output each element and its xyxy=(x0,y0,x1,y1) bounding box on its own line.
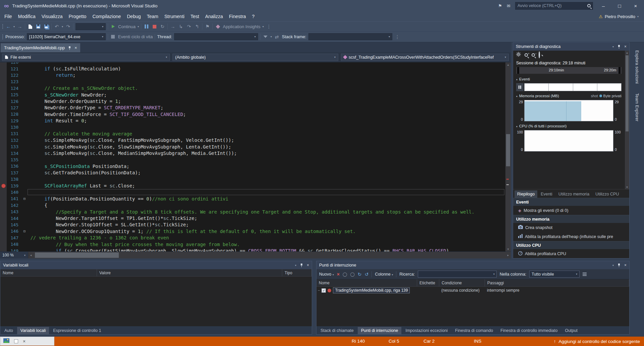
minimize-button[interactable]: – xyxy=(598,3,609,9)
pin-icon[interactable] xyxy=(68,46,71,50)
feedback-icon[interactable]: ✉ xyxy=(507,3,510,8)
breakpoint-margin[interactable] xyxy=(0,150,7,156)
undo-caret-icon[interactable]: ▾ xyxy=(62,25,63,28)
process-combo[interactable]: [11020] SierraChart_64.exe ▾ xyxy=(27,33,106,40)
scroll-up-icon[interactable]: ▴ xyxy=(505,63,511,66)
zoom-in-icon[interactable]: + xyxy=(525,53,528,57)
editor-horizontal-scrollbar[interactable]: ◂ ▸ xyxy=(28,252,511,258)
breakpoint-margin[interactable] xyxy=(0,163,7,169)
close-icon[interactable]: × xyxy=(307,263,309,268)
bp-column-passaggi[interactable]: Passaggi xyxy=(485,279,629,286)
scroll-down-icon[interactable]: ▾ xyxy=(625,185,629,189)
locals-column-tipo[interactable]: Tipo xyxy=(282,269,312,276)
bp-column-condizione[interactable]: Condizione xyxy=(439,279,485,286)
breakpoint-margin[interactable] xyxy=(0,62,7,65)
toolbar-grip[interactable] xyxy=(2,24,3,29)
scroll-down-icon[interactable]: ▾ xyxy=(505,247,511,251)
breakpoint-name[interactable]: TradingSystemMedieMobili.cpp, riga 139 xyxy=(333,287,410,293)
code-line-146[interactable]: 146⊟NewOrder.OCOGroup1Quantity = 1; // I… xyxy=(0,228,505,234)
continue-button[interactable] xyxy=(110,23,116,30)
add-to-source-control-button[interactable]: ↑ Aggiungi al controllo del codice sorge… xyxy=(554,337,640,346)
window-menu-caret-icon[interactable]: ▾ xyxy=(612,264,614,267)
code-line-137[interactable]: 137sc.GetTradePosition(PositionData); xyxy=(0,170,505,176)
breakpoints-header[interactable]: Punti di interruzione ▾ × xyxy=(316,261,629,269)
scroll-left-icon[interactable]: ◂ xyxy=(28,252,34,258)
step-over-button[interactable]: ↷ xyxy=(186,23,192,30)
enable-heap-profiling-link[interactable]: Abilita la profilatura dell'heap (influi… xyxy=(513,232,629,241)
locals-column-nome[interactable]: Nome xyxy=(0,269,97,276)
pin-icon[interactable] xyxy=(617,45,621,49)
breakpoint-margin[interactable] xyxy=(0,98,7,104)
menu-compilazione[interactable]: Compilazione xyxy=(89,14,124,19)
breakpoint-checkbox[interactable]: ✓ xyxy=(321,288,326,293)
tp-tab-punti-di-interruzione[interactable]: Punti di interruzione xyxy=(358,327,401,334)
breakpoint-margin[interactable] xyxy=(0,247,7,251)
code-line-126[interactable]: 126NewOrder.OrderQuantity = 1; xyxy=(0,98,505,104)
in-column-select[interactable]: Tutto visibile ▾ xyxy=(529,271,580,278)
dtab-eventi[interactable]: Eventi xyxy=(538,190,555,198)
breakpoint-margin[interactable] xyxy=(0,85,7,92)
delete-breakpoint-icon[interactable]: × xyxy=(337,272,340,277)
breakpoint-margin[interactable] xyxy=(0,105,7,111)
lifecycle-events-button[interactable]: Eventi ciclo di vita xyxy=(118,34,153,39)
tp-tab-espressione-di-controllo-1[interactable]: Espressione di controllo 1 xyxy=(50,327,104,334)
pin-icon[interactable] xyxy=(617,263,621,267)
picture-icon[interactable] xyxy=(3,338,9,344)
events-section-header[interactable]: ▴ Eventi xyxy=(513,76,625,82)
application-insights-button[interactable]: Application Insights xyxy=(223,24,260,29)
breakpoints-search-input[interactable]: ▾ xyxy=(418,271,497,278)
break-all-button[interactable] xyxy=(143,23,149,30)
code-line-130[interactable]: 130 xyxy=(0,124,505,130)
menu-item[interactable]: ? xyxy=(249,14,258,19)
fold-collapse-icon[interactable]: ⊟ xyxy=(21,196,28,201)
search-input[interactable] xyxy=(420,272,493,277)
tp-tab-variabili-locali[interactable]: Variabili locali xyxy=(17,327,49,334)
breakpoint-margin[interactable] xyxy=(0,143,7,150)
navigate-back-button[interactable]: ← xyxy=(5,23,11,30)
zoom-out-icon[interactable]: − xyxy=(532,53,535,57)
code-line-145[interactable]: 145NewOrder.Stop1Offset = SL.GetInt()*sc… xyxy=(0,222,505,228)
dtab-utilizzo-cpu[interactable]: Utilizzo CPU xyxy=(593,190,622,198)
breakpoint-margin[interactable] xyxy=(0,170,7,176)
toolbar-overflow-button[interactable]: ⋮ xyxy=(266,23,272,30)
bookmark-button[interactable]: ⚑ xyxy=(204,23,210,30)
configuration-combo[interactable]: ▾ xyxy=(76,23,106,30)
code-line-128[interactable]: 128NewOrder.TimeInForce = SCT_TIF_GOOD_T… xyxy=(0,111,505,117)
locals-column-valore[interactable]: Valore xyxy=(97,269,282,276)
tp-tab-finestra-di-controllo-immediato[interactable]: Finestra di controllo immediato xyxy=(497,327,561,334)
code-line-143[interactable]: 143//Specify a Target and a Stop with 8 … xyxy=(0,209,505,215)
breakpoint-margin[interactable] xyxy=(0,65,7,72)
dtab-riepilogo[interactable]: Riepilogo xyxy=(514,190,537,198)
code-line-133[interactable]: 133sc.SimpleMovAvg(sc.Close, SlowSimpMov… xyxy=(0,143,505,150)
application-insights-caret-icon[interactable]: ▾ xyxy=(262,25,264,28)
scrollbar-thumb[interactable] xyxy=(506,134,510,166)
tp-tab-output[interactable]: Output xyxy=(561,327,581,334)
tab-close-icon[interactable]: × xyxy=(75,45,77,50)
tp-tab-auto[interactable]: Auto xyxy=(1,327,16,334)
user-name[interactable]: Pietro Petrosillo xyxy=(605,14,635,19)
window-menu-caret-icon[interactable]: ▾ xyxy=(295,264,296,267)
code-line-139[interactable]: 139SCFloatArrayRef Last = sc.Close; xyxy=(0,182,505,189)
breakpoint-margin[interactable] xyxy=(0,241,7,247)
scroll-up-icon[interactable]: ▴ xyxy=(625,51,629,54)
locals-header[interactable]: Variabili locali ▾ × xyxy=(0,261,312,269)
restart-button[interactable]: ↻ xyxy=(159,23,165,30)
stop-button[interactable] xyxy=(151,23,157,30)
code-line-136[interactable]: 136s_SCPositionData PositionData; xyxy=(0,163,505,169)
menu-progetto[interactable]: Progetto xyxy=(65,14,89,19)
close-button[interactable]: × xyxy=(630,3,641,9)
filter-threads-icon[interactable] xyxy=(262,33,268,41)
breakpoint-row[interactable]: − ✓ TradingSystemMedieMobili.cpp, riga 1… xyxy=(316,287,629,294)
tp-tab-stack-di-chiamate[interactable]: Stack di chiamate xyxy=(317,327,357,334)
breakpoint-margin[interactable] xyxy=(0,124,7,130)
scrollbar-thumb[interactable] xyxy=(626,55,629,131)
close-icon[interactable]: × xyxy=(624,263,627,268)
window-menu-caret-icon[interactable]: ▾ xyxy=(612,45,614,48)
cpu-section-header[interactable]: ▴ CPU (% di tutti i processori) xyxy=(513,123,625,129)
undo-button[interactable]: ↶ xyxy=(54,23,60,30)
flag-threads-icon[interactable]: ⇄ xyxy=(274,33,280,41)
save-button[interactable] xyxy=(35,23,41,30)
code-line-121[interactable]: 121if (sc.IsFullRecalculation) xyxy=(0,65,505,72)
maximize-button[interactable]: □ xyxy=(614,3,625,9)
menu-team[interactable]: Team xyxy=(144,14,161,19)
